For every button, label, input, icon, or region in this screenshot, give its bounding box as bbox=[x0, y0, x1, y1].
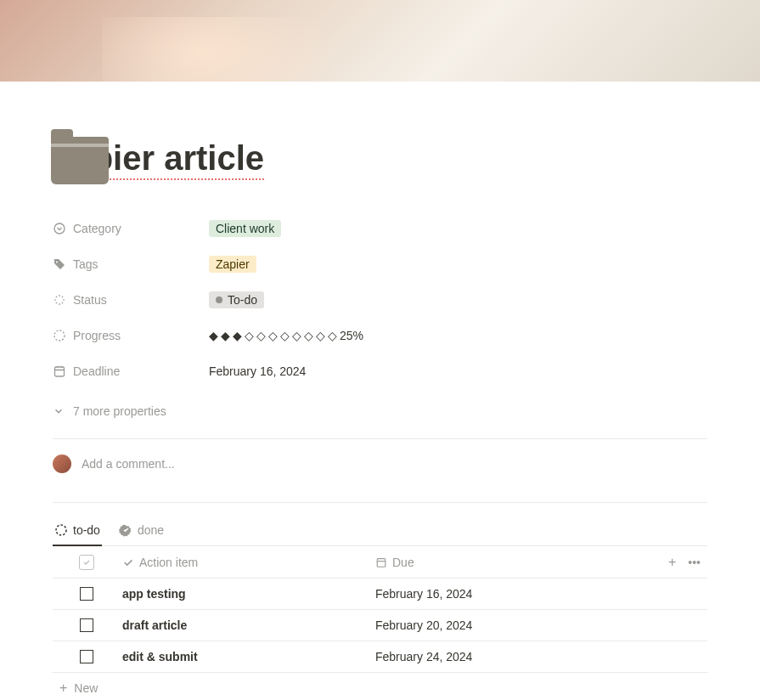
column-options-button[interactable]: ••• bbox=[688, 556, 701, 569]
svg-point-0 bbox=[54, 223, 65, 234]
property-label: Deadline bbox=[73, 364, 120, 378]
property-label: Progress bbox=[73, 329, 121, 342]
tag-item[interactable]: Zapier bbox=[209, 256, 256, 273]
chevron-down-icon bbox=[53, 405, 65, 417]
new-row-button[interactable]: + New bbox=[53, 673, 707, 700]
row-checkbox[interactable] bbox=[80, 650, 93, 663]
checkmark-icon bbox=[122, 556, 134, 568]
property-tags[interactable]: Tags Zapier bbox=[53, 246, 707, 282]
calendar-icon bbox=[53, 364, 66, 378]
table-header: Action item Due + ••• bbox=[53, 546, 707, 579]
tag-icon bbox=[53, 257, 66, 271]
property-deadline[interactable]: Deadline February 16, 2024 bbox=[53, 353, 707, 389]
tab-todo[interactable]: to-do bbox=[53, 518, 102, 545]
calendar-icon bbox=[375, 556, 387, 568]
select-icon bbox=[53, 222, 66, 235]
property-category[interactable]: Category Client work bbox=[53, 211, 707, 246]
progress-icon bbox=[53, 329, 66, 342]
cover-image[interactable] bbox=[0, 0, 760, 82]
table-row[interactable]: app testingFebruary 16, 2024 bbox=[53, 579, 707, 610]
row-action-item[interactable]: draft article bbox=[122, 618, 187, 632]
todo-tab-icon bbox=[54, 523, 68, 537]
property-label: Category bbox=[73, 222, 121, 235]
comment-input-row[interactable]: Add a comment... bbox=[53, 439, 707, 488]
plus-icon: + bbox=[59, 681, 67, 695]
deadline-value[interactable]: February 16, 2024 bbox=[209, 364, 306, 378]
divider bbox=[53, 502, 707, 503]
column-header-due[interactable]: Due bbox=[375, 556, 648, 569]
property-status[interactable]: Status To-do bbox=[53, 282, 707, 318]
svg-point-1 bbox=[54, 330, 65, 341]
row-checkbox[interactable] bbox=[80, 587, 93, 601]
page-icon-folder[interactable] bbox=[51, 128, 115, 183]
row-checkbox[interactable] bbox=[80, 618, 93, 632]
property-progress[interactable]: Progress ◆◆◆◇◇◇◇◇◇◇◇ 25% bbox=[53, 318, 707, 353]
tab-done[interactable]: done bbox=[117, 518, 166, 545]
avatar bbox=[53, 454, 71, 473]
done-tab-icon bbox=[119, 523, 132, 537]
svg-rect-2 bbox=[55, 367, 65, 376]
property-label: Status bbox=[73, 293, 107, 307]
database-tabs: to-do done bbox=[53, 518, 707, 546]
property-label: Tags bbox=[73, 257, 99, 271]
progress-bar[interactable]: ◆◆◆◇◇◇◇◇◇◇◇ 25% bbox=[209, 329, 363, 342]
more-properties-toggle[interactable]: 7 more properties bbox=[53, 398, 707, 425]
status-dot bbox=[216, 296, 222, 303]
row-due-date[interactable]: February 24, 2024 bbox=[375, 650, 472, 663]
category-tag[interactable]: Client work bbox=[209, 220, 281, 237]
table-row[interactable]: draft articleFebruary 20, 2024 bbox=[53, 610, 707, 641]
status-icon bbox=[53, 293, 66, 307]
row-action-item[interactable]: edit & submit bbox=[122, 650, 198, 663]
column-header-action[interactable]: Action item bbox=[121, 556, 375, 569]
svg-rect-4 bbox=[377, 558, 386, 567]
table-row[interactable]: edit & submitFebruary 24, 2024 bbox=[53, 641, 707, 673]
add-column-button[interactable]: + bbox=[668, 556, 676, 569]
svg-point-3 bbox=[56, 525, 66, 535]
checkbox-column-icon bbox=[79, 555, 94, 570]
comment-placeholder: Add a comment... bbox=[82, 457, 175, 471]
row-action-item[interactable]: app testing bbox=[122, 587, 186, 601]
status-tag[interactable]: To-do bbox=[209, 291, 264, 308]
row-due-date[interactable]: February 16, 2024 bbox=[375, 587, 472, 601]
row-due-date[interactable]: February 20, 2024 bbox=[375, 618, 472, 632]
